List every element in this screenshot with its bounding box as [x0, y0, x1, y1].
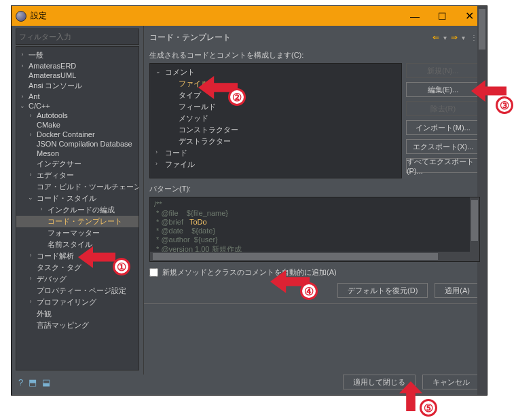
caret-icon: ›: [27, 131, 34, 138]
main-panel: コード・テンプレート ⇐ ▾ ⇒ ▾ ⋮ 生成されるコードとコメントを構成します…: [144, 26, 487, 375]
template-tree-item[interactable]: ›ファイル: [150, 159, 401, 170]
menu-dots-icon[interactable]: ⋮: [471, 34, 477, 41]
tree-item[interactable]: AmaterasUML: [16, 71, 139, 80]
nav-back-icon[interactable]: ⇐: [432, 33, 439, 42]
nav-forward-icon[interactable]: ⇒: [451, 33, 458, 42]
page-title: コード・テンプレート: [149, 32, 231, 43]
callout-badge-1: ①: [113, 258, 130, 275]
template-tree-item[interactable]: ⌄コメント: [150, 66, 401, 78]
import-button[interactable]: インポート(M)...: [406, 120, 480, 135]
tree-item[interactable]: ›Ant: [16, 92, 139, 101]
minimize-button[interactable]: —: [401, 7, 428, 26]
apply-close-button[interactable]: 適用して閉じる: [343, 375, 416, 389]
tree-item-label: デバッグ: [37, 275, 67, 283]
template-tree-item[interactable]: ファイル: [150, 78, 401, 90]
tree-item-label: Ansi コンソール: [29, 81, 82, 90]
template-tree-label: コンストラクター: [179, 126, 238, 134]
caret-icon: ›: [27, 171, 34, 178]
nav-back-menu-icon[interactable]: ▾: [443, 34, 447, 41]
nav-forward-menu-icon[interactable]: ▾: [462, 34, 465, 41]
pattern-preview: /** * @file ${file_name} * @brief ToDo *…: [149, 197, 480, 262]
tree-item-label: C/C++: [29, 102, 50, 110]
tree-item[interactable]: JSON Compilation Database: [16, 139, 139, 149]
tree-item[interactable]: ›インクルードの編成: [16, 204, 139, 216]
caret-icon: ›: [27, 275, 34, 282]
tree-item[interactable]: フォーマッター: [16, 227, 139, 239]
filter-input[interactable]: [19, 33, 136, 41]
callout-badge-4: ④: [300, 282, 318, 300]
tree-item-label: 言語マッピング: [37, 321, 89, 329]
callout-badge-2: ②: [228, 88, 246, 106]
tree-item[interactable]: 外観: [16, 308, 139, 320]
export-all-button[interactable]: すべてエクスポート(P)...: [406, 158, 480, 173]
tree-item[interactable]: 言語マッピング: [16, 320, 139, 331]
help-icon[interactable]: ?: [18, 377, 23, 387]
template-tree-item[interactable]: コンストラクター: [150, 124, 401, 136]
template-tree-item[interactable]: ›コード: [150, 147, 401, 159]
configure-label: 生成されるコードとコメントを構成します(C):: [149, 50, 480, 60]
template-tree-item[interactable]: フィールド: [150, 101, 401, 113]
tree-item-label: インクルードの編成: [48, 206, 115, 214]
export-prefs-icon[interactable]: ⬓: [42, 377, 50, 387]
tree-item-label: コード・スタイル: [37, 194, 96, 202]
caret-icon: ⌄: [27, 194, 34, 201]
caret-icon: ›: [27, 112, 34, 119]
remove-button[interactable]: 除去(R): [406, 101, 480, 116]
restore-defaults-button[interactable]: デフォルトを復元(D): [337, 283, 428, 298]
template-tree-item[interactable]: デストラクター: [150, 136, 401, 147]
tree-item[interactable]: ⌄コード・スタイル: [16, 193, 139, 204]
tree-item[interactable]: 名前スタイル: [16, 239, 139, 250]
tree-item[interactable]: ›エディター: [16, 170, 139, 181]
export-button[interactable]: エクスポート(X)...: [406, 139, 480, 154]
tree-item-label: コード解析: [37, 252, 74, 260]
tree-item[interactable]: CMake: [16, 120, 139, 130]
template-tree-item[interactable]: メソッド: [150, 113, 401, 124]
tree-item-label: CMake: [37, 121, 60, 129]
tree-item-label: フォーマッター: [48, 229, 100, 237]
tree-item[interactable]: ›一般: [16, 50, 139, 61]
window-title: 設定: [31, 10, 47, 22]
tree-item[interactable]: ›AmaterasERD: [16, 61, 139, 71]
tree-item-label: Autotools: [37, 111, 68, 119]
tree-item-label: プロパティー・ページ設定: [37, 286, 126, 294]
template-tree-label: コード: [165, 149, 187, 157]
callout-badge-3: ③: [496, 96, 513, 114]
import-prefs-icon[interactable]: ⬒: [29, 377, 37, 387]
tree-item[interactable]: ⌄C/C++: [16, 101, 139, 111]
tree-item-label: インデクサー: [37, 159, 81, 168]
tree-item[interactable]: Ansi コンソール: [16, 80, 139, 92]
template-tree-label: タイプ: [179, 91, 201, 99]
tree-item-label: 外観: [37, 309, 52, 318]
tree-item-label: AmaterasERD: [29, 62, 76, 70]
tree-item[interactable]: プロパティー・ページ設定: [16, 285, 139, 297]
apply-button[interactable]: 適用(A): [435, 283, 480, 298]
caret-icon: ⌄: [19, 102, 26, 109]
tree-item[interactable]: インデクサー: [16, 158, 139, 170]
tree-item[interactable]: コード・テンプレート: [16, 216, 139, 227]
tree-item[interactable]: Meson: [16, 149, 139, 158]
template-tree-label: デストラクター: [179, 137, 231, 145]
edit-button[interactable]: 編集(E)...: [406, 82, 480, 97]
preferences-tree[interactable]: ›一般›AmaterasERDAmaterasUMLAnsi コンソール›Ant…: [16, 46, 139, 370]
filter-box[interactable]: [16, 28, 139, 45]
tree-item[interactable]: ›プロファイリング: [16, 297, 139, 308]
cancel-button[interactable]: キャンセル: [422, 375, 480, 389]
caret-icon: ›: [19, 62, 26, 69]
app-icon: [16, 11, 26, 22]
auto-add-label: 新規メソッドとクラスのコメントを自動的に追加(A): [162, 267, 337, 278]
titlebar[interactable]: 設定 — ☐ ✕: [12, 6, 487, 26]
maximize-button[interactable]: ☐: [428, 7, 456, 26]
pattern-scrollbar-h[interactable]: [150, 252, 470, 261]
callout-badge-5: ⑤: [420, 399, 437, 417]
auto-add-checkbox[interactable]: [149, 268, 158, 277]
tree-item[interactable]: ›Docker Container: [16, 130, 139, 139]
template-tree-item[interactable]: タイプ: [150, 90, 401, 101]
tree-item-label: タスク・タグ: [37, 263, 81, 271]
pattern-scrollbar-v[interactable]: [470, 197, 479, 261]
template-tree[interactable]: ⌄コメントファイルタイプフィールドメソッドコンストラクターデストラクター›コード…: [149, 63, 402, 178]
new-button[interactable]: 新規(N)...: [406, 63, 480, 78]
tree-item[interactable]: ›Autotools: [16, 111, 139, 120]
template-tree-label: メソッド: [179, 114, 208, 122]
caret-icon: ›: [19, 93, 26, 100]
tree-item[interactable]: コア・ビルド・ツールチェーン: [16, 181, 139, 193]
